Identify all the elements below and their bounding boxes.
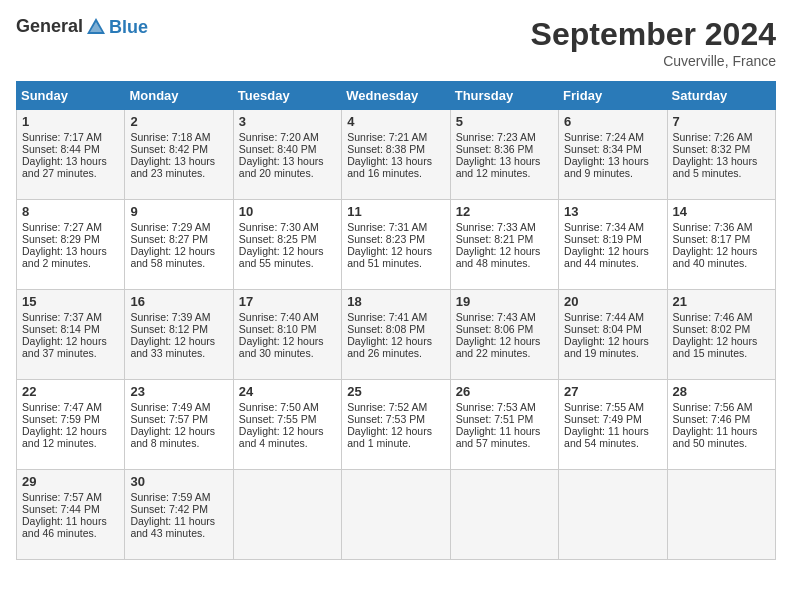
sunrise: Sunrise: 7:36 AM [673, 221, 753, 233]
calendar-cell: 18Sunrise: 7:41 AMSunset: 8:08 PMDayligh… [342, 290, 450, 380]
sunrise: Sunrise: 7:23 AM [456, 131, 536, 143]
calendar-cell [233, 470, 341, 560]
sunrise: Sunrise: 7:21 AM [347, 131, 427, 143]
day-number: 15 [22, 294, 119, 309]
sunset: Sunset: 8:44 PM [22, 143, 100, 155]
calendar-cell: 26Sunrise: 7:53 AMSunset: 7:51 PMDayligh… [450, 380, 558, 470]
daylight: Daylight: 13 hours and 16 minutes. [347, 155, 432, 179]
calendar-cell: 20Sunrise: 7:44 AMSunset: 8:04 PMDayligh… [559, 290, 667, 380]
daylight: Daylight: 13 hours and 23 minutes. [130, 155, 215, 179]
sunrise: Sunrise: 7:59 AM [130, 491, 210, 503]
sunrise: Sunrise: 7:56 AM [673, 401, 753, 413]
day-number: 23 [130, 384, 227, 399]
calendar-cell: 27Sunrise: 7:55 AMSunset: 7:49 PMDayligh… [559, 380, 667, 470]
col-wednesday: Wednesday [342, 82, 450, 110]
calendar-cell: 14Sunrise: 7:36 AMSunset: 8:17 PMDayligh… [667, 200, 775, 290]
daylight: Daylight: 12 hours and 37 minutes. [22, 335, 107, 359]
calendar-cell: 3Sunrise: 7:20 AMSunset: 8:40 PMDaylight… [233, 110, 341, 200]
sunset: Sunset: 7:59 PM [22, 413, 100, 425]
daylight: Daylight: 12 hours and 8 minutes. [130, 425, 215, 449]
title-block: September 2024 Cuverville, France [531, 16, 776, 69]
sunrise: Sunrise: 7:57 AM [22, 491, 102, 503]
daylight: Daylight: 13 hours and 27 minutes. [22, 155, 107, 179]
calendar-week-row: 15Sunrise: 7:37 AMSunset: 8:14 PMDayligh… [17, 290, 776, 380]
month-title: September 2024 [531, 16, 776, 53]
logo-blue: Blue [109, 17, 148, 38]
sunrise: Sunrise: 7:20 AM [239, 131, 319, 143]
daylight: Daylight: 11 hours and 46 minutes. [22, 515, 107, 539]
sunrise: Sunrise: 7:37 AM [22, 311, 102, 323]
sunset: Sunset: 7:49 PM [564, 413, 642, 425]
daylight: Daylight: 13 hours and 9 minutes. [564, 155, 649, 179]
calendar-cell: 15Sunrise: 7:37 AMSunset: 8:14 PMDayligh… [17, 290, 125, 380]
day-number: 5 [456, 114, 553, 129]
page-header: General Blue September 2024 Cuverville, … [16, 16, 776, 69]
daylight: Daylight: 12 hours and 4 minutes. [239, 425, 324, 449]
sunset: Sunset: 8:04 PM [564, 323, 642, 335]
calendar-cell [667, 470, 775, 560]
col-thursday: Thursday [450, 82, 558, 110]
sunset: Sunset: 8:19 PM [564, 233, 642, 245]
calendar-cell: 5Sunrise: 7:23 AMSunset: 8:36 PMDaylight… [450, 110, 558, 200]
sunset: Sunset: 8:17 PM [673, 233, 751, 245]
calendar-week-row: 22Sunrise: 7:47 AMSunset: 7:59 PMDayligh… [17, 380, 776, 470]
daylight: Daylight: 12 hours and 33 minutes. [130, 335, 215, 359]
sunrise: Sunrise: 7:26 AM [673, 131, 753, 143]
sunset: Sunset: 8:25 PM [239, 233, 317, 245]
day-number: 16 [130, 294, 227, 309]
logo: General Blue [16, 16, 148, 38]
sunrise: Sunrise: 7:30 AM [239, 221, 319, 233]
sunset: Sunset: 7:55 PM [239, 413, 317, 425]
daylight: Daylight: 11 hours and 43 minutes. [130, 515, 215, 539]
sunrise: Sunrise: 7:52 AM [347, 401, 427, 413]
calendar-cell: 13Sunrise: 7:34 AMSunset: 8:19 PMDayligh… [559, 200, 667, 290]
sunset: Sunset: 8:14 PM [22, 323, 100, 335]
col-saturday: Saturday [667, 82, 775, 110]
sunrise: Sunrise: 7:43 AM [456, 311, 536, 323]
day-number: 7 [673, 114, 770, 129]
day-number: 2 [130, 114, 227, 129]
day-number: 19 [456, 294, 553, 309]
sunrise: Sunrise: 7:53 AM [456, 401, 536, 413]
day-number: 12 [456, 204, 553, 219]
day-number: 27 [564, 384, 661, 399]
daylight: Daylight: 11 hours and 50 minutes. [673, 425, 758, 449]
calendar-cell: 28Sunrise: 7:56 AMSunset: 7:46 PMDayligh… [667, 380, 775, 470]
sunset: Sunset: 8:06 PM [456, 323, 534, 335]
sunrise: Sunrise: 7:50 AM [239, 401, 319, 413]
daylight: Daylight: 13 hours and 5 minutes. [673, 155, 758, 179]
calendar-week-row: 29Sunrise: 7:57 AMSunset: 7:44 PMDayligh… [17, 470, 776, 560]
calendar-cell: 21Sunrise: 7:46 AMSunset: 8:02 PMDayligh… [667, 290, 775, 380]
sunset: Sunset: 8:12 PM [130, 323, 208, 335]
daylight: Daylight: 11 hours and 57 minutes. [456, 425, 541, 449]
sunrise: Sunrise: 7:17 AM [22, 131, 102, 143]
calendar-cell: 11Sunrise: 7:31 AMSunset: 8:23 PMDayligh… [342, 200, 450, 290]
col-monday: Monday [125, 82, 233, 110]
day-number: 11 [347, 204, 444, 219]
day-number: 26 [456, 384, 553, 399]
sunset: Sunset: 7:42 PM [130, 503, 208, 515]
sunset: Sunset: 8:38 PM [347, 143, 425, 155]
daylight: Daylight: 12 hours and 12 minutes. [22, 425, 107, 449]
sunset: Sunset: 8:36 PM [456, 143, 534, 155]
calendar-cell: 6Sunrise: 7:24 AMSunset: 8:34 PMDaylight… [559, 110, 667, 200]
calendar-cell: 7Sunrise: 7:26 AMSunset: 8:32 PMDaylight… [667, 110, 775, 200]
calendar-cell: 22Sunrise: 7:47 AMSunset: 7:59 PMDayligh… [17, 380, 125, 470]
daylight: Daylight: 13 hours and 2 minutes. [22, 245, 107, 269]
daylight: Daylight: 11 hours and 54 minutes. [564, 425, 649, 449]
calendar-table: Sunday Monday Tuesday Wednesday Thursday… [16, 81, 776, 560]
daylight: Daylight: 12 hours and 26 minutes. [347, 335, 432, 359]
day-number: 14 [673, 204, 770, 219]
calendar-cell: 2Sunrise: 7:18 AMSunset: 8:42 PMDaylight… [125, 110, 233, 200]
calendar-cell: 10Sunrise: 7:30 AMSunset: 8:25 PMDayligh… [233, 200, 341, 290]
sunset: Sunset: 8:32 PM [673, 143, 751, 155]
day-number: 6 [564, 114, 661, 129]
sunset: Sunset: 8:02 PM [673, 323, 751, 335]
sunrise: Sunrise: 7:44 AM [564, 311, 644, 323]
day-number: 25 [347, 384, 444, 399]
col-sunday: Sunday [17, 82, 125, 110]
day-number: 28 [673, 384, 770, 399]
daylight: Daylight: 12 hours and 40 minutes. [673, 245, 758, 269]
day-number: 29 [22, 474, 119, 489]
day-number: 10 [239, 204, 336, 219]
